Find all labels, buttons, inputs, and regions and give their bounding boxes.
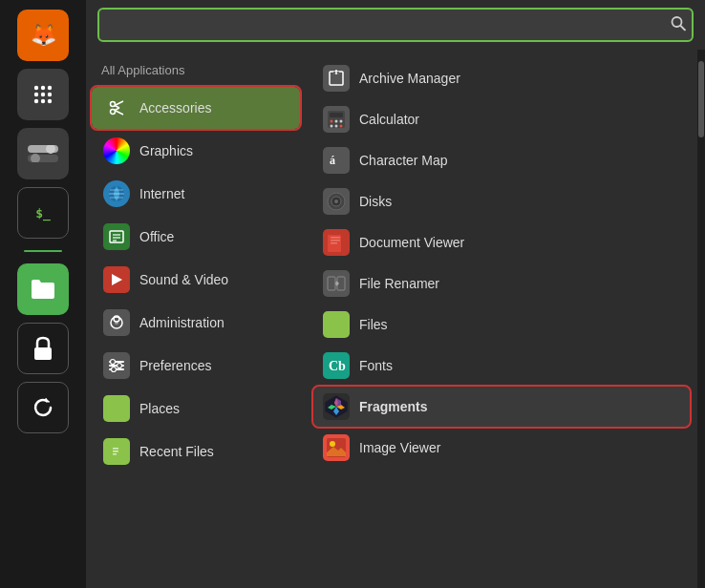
app-item-image-viewer[interactable]: Image Viewer <box>313 428 690 468</box>
document-viewer-label: Document Viewer <box>359 235 464 250</box>
app-item-files[interactable]: Files <box>313 304 690 345</box>
sidebar-item-accessories[interactable]: Accessories <box>92 87 300 129</box>
svg-line-18 <box>115 101 123 106</box>
sidebar-item-sound-video[interactable]: Sound & Video <box>92 259 300 301</box>
scrollbar[interactable] <box>697 50 705 588</box>
recent-files-label: Recent Files <box>139 444 214 459</box>
svg-point-8 <box>48 99 52 103</box>
app-item-calculator[interactable]: Calculator <box>313 99 690 139</box>
file-renamer-label: File Renamer <box>359 276 439 291</box>
sidebar-item-graphics[interactable]: Graphics <box>92 130 300 172</box>
accessories-label: Accessories <box>139 100 211 116</box>
svg-point-1 <box>41 86 45 90</box>
calculator-icon <box>323 106 350 133</box>
main-content: All Applications Accessories <box>86 0 705 588</box>
grid-icon <box>32 83 54 106</box>
svg-point-2 <box>48 86 52 90</box>
svg-point-59 <box>334 200 338 203</box>
search-bar <box>97 8 694 42</box>
files-icon <box>323 311 350 338</box>
administration-label: Administration <box>139 315 224 330</box>
search-input[interactable] <box>97 8 694 42</box>
sidebar-item-administration[interactable]: Administration <box>92 302 300 344</box>
sidebar-item-office[interactable]: Office <box>92 216 300 258</box>
fonts-icon: Cb <box>323 352 350 379</box>
office-label: Office <box>139 229 174 244</box>
svg-line-15 <box>681 26 686 31</box>
svg-point-38 <box>118 364 122 368</box>
app-item-fonts[interactable]: Cb Fonts <box>313 346 690 386</box>
disks-icon <box>323 188 350 215</box>
lock-icon <box>32 336 53 361</box>
app-item-file-renamer[interactable]: File Renamer <box>313 263 690 304</box>
sidebar-item-internet[interactable]: Internet <box>92 173 300 215</box>
svg-point-6 <box>34 99 38 103</box>
accessories-icon <box>103 94 130 121</box>
svg-rect-13 <box>34 347 52 360</box>
preferences-label: Preferences <box>139 358 211 373</box>
svg-marker-30 <box>112 274 122 285</box>
svg-text:á: á <box>330 154 335 167</box>
sidebar-item-toggle[interactable] <box>17 128 69 179</box>
svg-line-19 <box>115 111 123 116</box>
sidebar-item-places[interactable]: Places <box>92 388 300 430</box>
svg-point-7 <box>41 99 45 103</box>
sidebar-item-firefox[interactable]: 🦊 <box>17 10 69 61</box>
svg-point-3 <box>34 93 38 96</box>
app-item-fragments[interactable]: Fragments <box>313 387 690 427</box>
terminal-icon: $_ <box>35 206 51 220</box>
sidebar-item-refresh[interactable] <box>17 382 69 433</box>
svg-point-16 <box>111 102 116 107</box>
svg-point-33 <box>115 321 118 325</box>
sidebar-item-lock[interactable] <box>17 323 69 374</box>
app-item-disks[interactable]: Disks <box>313 181 690 221</box>
scrollbar-thumb[interactable] <box>698 61 704 137</box>
fragments-icon <box>323 393 350 420</box>
internet-label: Internet <box>139 186 184 201</box>
svg-point-17 <box>111 110 116 115</box>
svg-point-77 <box>330 441 335 447</box>
firefox-icon: 🦊 <box>31 23 56 48</box>
search-icon <box>671 16 686 32</box>
places-label: Places <box>139 401 180 416</box>
image-viewer-icon <box>323 434 350 461</box>
file-renamer-icon <box>323 270 350 297</box>
svg-point-0 <box>34 86 38 90</box>
search-button[interactable] <box>671 16 686 34</box>
svg-rect-48 <box>330 113 343 117</box>
internet-icon <box>103 180 130 207</box>
folder-icon <box>30 278 56 301</box>
svg-point-4 <box>41 93 45 96</box>
svg-point-5 <box>48 93 52 96</box>
sidebar: 🦊 $_ <box>0 0 86 588</box>
svg-point-39 <box>112 368 117 372</box>
svg-point-51 <box>340 120 343 123</box>
svg-rect-42 <box>113 451 118 452</box>
svg-line-21 <box>115 108 119 111</box>
sidebar-item-files[interactable] <box>17 263 69 315</box>
fonts-label: Fonts <box>359 358 393 373</box>
sidebar-item-apps[interactable] <box>17 69 69 120</box>
categories-header: All Applications <box>86 57 306 83</box>
sound-video-icon <box>103 266 130 293</box>
svg-rect-64 <box>328 235 341 252</box>
app-item-document-viewer[interactable]: Document Viewer <box>313 222 690 262</box>
sidebar-item-recent-files[interactable]: Recent Files <box>92 430 300 472</box>
disks-label: Disks <box>359 194 392 209</box>
administration-icon <box>103 309 130 336</box>
sidebar-item-terminal[interactable]: $_ <box>17 187 69 239</box>
character-map-icon: á <box>323 147 350 174</box>
sidebar-item-preferences[interactable]: Preferences <box>92 345 300 387</box>
svg-point-52 <box>331 125 333 128</box>
svg-point-37 <box>111 360 116 365</box>
sound-video-label: Sound & Video <box>139 272 228 287</box>
svg-rect-65 <box>328 277 335 290</box>
svg-rect-43 <box>113 453 117 455</box>
app-item-archive-manager[interactable]: Archive Manager <box>313 58 690 98</box>
svg-rect-41 <box>113 448 118 450</box>
app-item-character-map[interactable]: á Character Map <box>313 140 690 180</box>
archive-manager-label: Archive Manager <box>359 71 460 86</box>
svg-point-54 <box>340 125 343 128</box>
toggle-icon <box>28 145 58 162</box>
apps-panel: Archive Manager Calculator <box>306 50 697 588</box>
